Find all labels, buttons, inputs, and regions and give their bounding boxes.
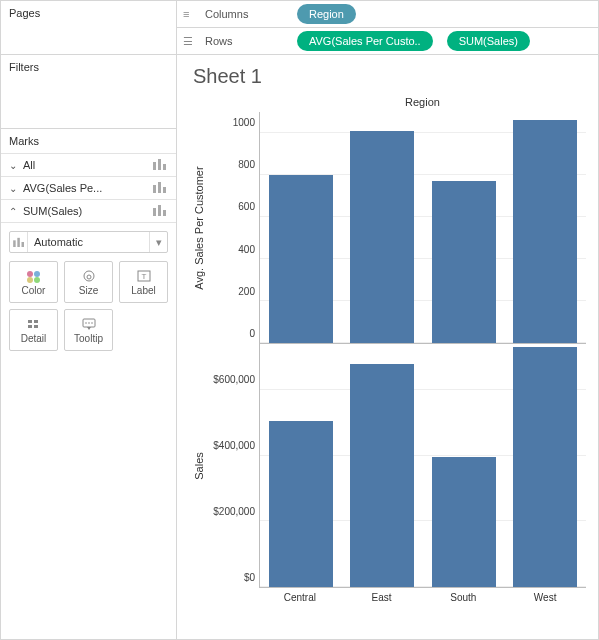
filters-card[interactable]: Filters: [1, 55, 176, 129]
pages-card[interactable]: Pages: [1, 1, 176, 55]
charts-column: Avg. Sales Per Customer 0200400600800100…: [191, 112, 586, 603]
right-panel: ≡ Columns Region ☰ Rows AVG(Sales Per Cu…: [177, 1, 598, 639]
tooltip-button[interactable]: Tooltip: [64, 309, 113, 351]
bar-type-icon: [152, 181, 168, 195]
size-icon: [80, 269, 98, 283]
y-tick: 200: [238, 285, 255, 296]
app-root: Pages Filters Marks ⌄ All ⌄ AVG(Sales Pe…: [0, 0, 599, 640]
bar[interactable]: [350, 131, 414, 343]
bar-type-icon: [152, 158, 168, 172]
pill-sum-sales[interactable]: SUM(Sales): [447, 31, 530, 51]
bar[interactable]: [269, 421, 333, 587]
viz-area: Sheet 1 Region Avg. Sales Per Customer 0…: [177, 55, 598, 639]
pill-region[interactable]: Region: [297, 4, 356, 24]
y-axis-label-2: Sales: [191, 344, 207, 588]
rows-shelf[interactable]: ☰ Rows AVG(Sales Per Custo.. SUM(Sales): [177, 28, 598, 55]
chart-avg-sales-per-customer: Avg. Sales Per Customer 0200400600800100…: [191, 112, 586, 344]
y-tick: 0: [249, 328, 255, 339]
svg-rect-4: [158, 182, 161, 193]
bar[interactable]: [350, 364, 414, 587]
y-axis-label-1: Avg. Sales Per Customer: [191, 112, 207, 344]
bar[interactable]: [513, 347, 577, 587]
y-tick: $600,000: [213, 374, 255, 385]
svg-point-13: [34, 271, 40, 277]
rows-icon: ☰: [183, 35, 197, 48]
svg-rect-22: [28, 325, 32, 328]
mark-type-dropdown[interactable]: Automatic ▾: [9, 231, 168, 253]
bar-type-icon: [152, 204, 168, 218]
marks-row-avg[interactable]: ⌄ AVG(Sales Pe...: [1, 176, 176, 199]
y-ticks-1: 02004006008001000: [207, 112, 259, 344]
size-label: Size: [79, 285, 98, 296]
y-tick: 1000: [233, 117, 255, 128]
x-tick: Central: [259, 588, 341, 603]
svg-rect-0: [153, 162, 156, 170]
color-button[interactable]: Color: [9, 261, 58, 303]
pages-title: Pages: [9, 7, 168, 19]
bar[interactable]: [432, 181, 496, 343]
x-tick: East: [341, 588, 423, 603]
pill-avg-sales-per-customer[interactable]: AVG(Sales Per Custo..: [297, 31, 433, 51]
plot-area-2[interactable]: [259, 344, 586, 588]
svg-point-14: [27, 277, 33, 283]
marks-title: Marks: [1, 129, 176, 153]
label-label: Label: [131, 285, 155, 296]
mark-encoding-grid: Color Size T Label Detail: [9, 261, 168, 351]
chevron-up-icon: ⌃: [9, 206, 19, 217]
svg-rect-2: [163, 164, 166, 170]
tooltip-label: Tooltip: [74, 333, 103, 344]
chevron-down-icon: ⌄: [9, 160, 19, 171]
y-tick: 600: [238, 201, 255, 212]
marks-row-label: All: [19, 159, 152, 171]
detail-button[interactable]: Detail: [9, 309, 58, 351]
header-region: Region: [259, 96, 586, 108]
bar[interactable]: [432, 457, 496, 587]
columns-icon: ≡: [183, 8, 197, 20]
svg-rect-7: [158, 205, 161, 216]
svg-point-12: [27, 271, 33, 277]
label-button[interactable]: T Label: [119, 261, 168, 303]
columns-shelf[interactable]: ≡ Columns Region: [177, 1, 598, 28]
svg-point-25: [85, 322, 87, 324]
svg-rect-10: [17, 238, 20, 247]
bar[interactable]: [269, 175, 333, 343]
marks-row-sum[interactable]: ⌃ SUM(Sales): [1, 199, 176, 222]
label-icon: T: [135, 269, 153, 283]
chart-sales: Sales $0$200,000$400,000$600,000: [191, 344, 586, 588]
svg-rect-5: [163, 187, 166, 193]
y-tick: $400,000: [213, 440, 255, 451]
marks-row-label: AVG(Sales Pe...: [19, 182, 152, 194]
rows-shelf-label: Rows: [205, 35, 289, 47]
svg-point-27: [91, 322, 93, 324]
columns-shelf-label: Columns: [205, 8, 289, 20]
svg-rect-1: [158, 159, 161, 170]
marks-row-all[interactable]: ⌄ All: [1, 153, 176, 176]
svg-point-26: [88, 322, 90, 324]
svg-rect-3: [153, 185, 156, 193]
sheet-title[interactable]: Sheet 1: [193, 65, 586, 88]
chevron-down-icon: ⌄: [9, 183, 19, 194]
y-tick: 400: [238, 243, 255, 254]
dropdown-caret-icon: ▾: [149, 232, 167, 252]
svg-point-17: [87, 275, 91, 279]
detail-icon: [25, 317, 43, 331]
svg-rect-6: [153, 208, 156, 216]
plot-area-1[interactable]: [259, 112, 586, 344]
mark-type-label: Automatic: [28, 236, 149, 248]
y-tick: $0: [244, 572, 255, 583]
tooltip-icon: [80, 317, 98, 331]
filters-title: Filters: [9, 61, 168, 73]
size-button[interactable]: Size: [64, 261, 113, 303]
marks-body: Automatic ▾ Color Size T Label: [1, 222, 176, 359]
bar[interactable]: [513, 120, 577, 343]
svg-rect-9: [13, 240, 16, 247]
marks-card: Marks ⌄ All ⌄ AVG(Sales Pe... ⌃ SUM(Sale…: [1, 129, 176, 359]
x-tick: South: [423, 588, 505, 603]
svg-rect-21: [34, 320, 38, 323]
svg-rect-11: [21, 242, 24, 247]
svg-point-15: [34, 277, 40, 283]
y-tick: 800: [238, 159, 255, 170]
y-tick: $200,000: [213, 506, 255, 517]
svg-rect-8: [163, 210, 166, 216]
marks-row-label: SUM(Sales): [19, 205, 152, 217]
